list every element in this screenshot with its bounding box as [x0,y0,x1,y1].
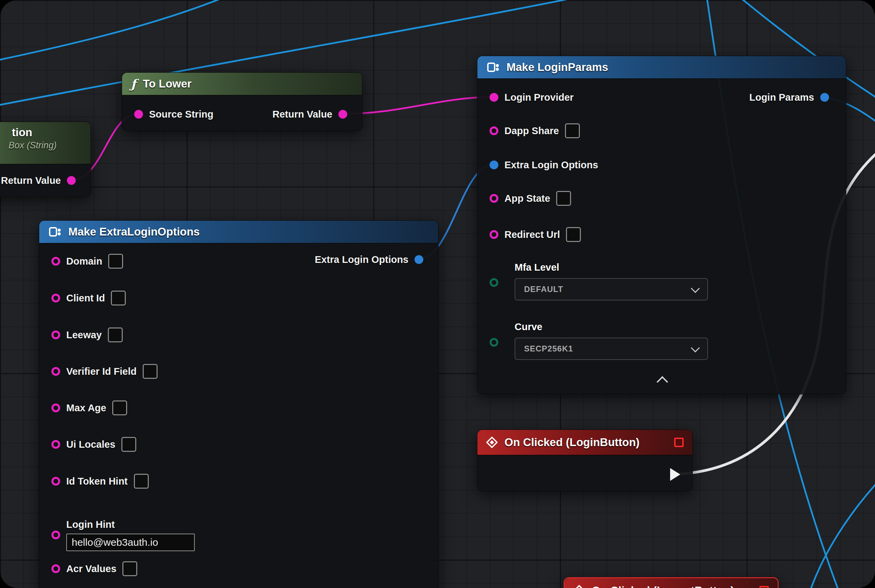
pin-label: Client Id [66,292,105,304]
login-provider-input-pin[interactable] [490,93,498,102]
leeway-checkbox[interactable] [108,327,123,342]
node-title: To Lower [143,77,192,90]
function-icon: ƒ [131,77,136,91]
pin-row-client-id: Client Id [51,289,126,308]
pin-label: Extra Login Options [315,254,409,265]
curve-label: Curve [514,321,542,333]
make-struct-icon [486,62,500,73]
ui-locales-checkbox[interactable] [121,437,136,452]
pin-row-extra-login-options-out: Extra Login Options [315,250,423,269]
curve-dropdown[interactable]: SECP256K1 [514,338,708,360]
leeway-input-pin[interactable] [51,330,60,339]
pin-label: Domain [66,256,102,267]
mfa-level-dropdown[interactable]: DEFAULT [514,278,708,300]
make-struct-icon [48,226,62,237]
pin-label: Login Provider [504,92,574,103]
verifier-id-field-checkbox[interactable] [143,364,158,379]
pin-label: Dapp Share [504,125,559,136]
pin-label: Redirect Url [504,229,560,240]
delegate-pin[interactable] [759,586,769,588]
pin-label: Source String [149,109,213,120]
mfa-level-enum-pin[interactable] [490,278,498,287]
pin-row-login-hint: Login Hint [51,516,195,554]
wire-blue-bg-1[interactable] [0,0,250,63]
extra-login-options-output-pin[interactable] [415,255,423,264]
node-on-clicked-logoutbutton[interactable]: On Clicked (LogoutButton) [564,577,779,588]
pin-row-verifier-id-field: Verifier Id Field [51,362,158,381]
acr-values-input-pin[interactable] [51,564,60,573]
graph-canvas[interactable]: tion Box (String) Return Value ƒ To Lowe… [0,0,875,588]
delegate-pin[interactable] [674,438,684,447]
event-diamond-icon [573,585,585,588]
event-diamond-icon [486,436,498,448]
exec-output-pin[interactable] [670,468,680,481]
pin-label: Acr Values [66,563,116,574]
wire-blue-bg-4[interactable] [805,466,875,588]
node-title: Make ExtraLoginOptions [68,225,200,238]
verifier-id-field-input-pin[interactable] [51,367,60,376]
curve-enum-pin[interactable] [490,338,498,347]
pin-row-return-value: Return Value [1,171,76,190]
client-id-checkbox[interactable] [111,291,126,306]
app-state-checkbox[interactable] [556,191,571,206]
node-make-loginparams[interactable]: Make LoginParams Login Params Login Prov… [477,56,846,394]
pin-row-id-token-hint: Id Token Hint [51,472,149,490]
pin-row-app-state: App State [490,189,571,208]
pin-row-max-age: Max Age [51,398,127,417]
chevron-down-icon [691,344,700,352]
domain-checkbox[interactable] [108,254,123,268]
pin-label: Extra Login Options [504,159,598,171]
pin-label: Ui Locales [66,439,115,450]
pin-row-login-provider: Login Provider [490,88,574,107]
redirect-url-input-pin[interactable] [490,230,498,239]
pin-row-leeway: Leeway [51,326,123,344]
node-title: Make LoginParams [507,61,608,74]
login-hint-field[interactable] [66,534,195,551]
pin-row-login-params-out: Login Params [749,88,829,107]
pin-label: Login Params [749,92,814,103]
pin-label: App State [504,193,550,204]
pin-row-extra-login-options-in: Extra Login Options [490,156,598,174]
blueprint-editor-window: tion Box (String) Return Value ƒ To Lowe… [0,0,875,588]
node-title: tion [12,126,32,139]
wire-tolower-to-loginprovider[interactable] [343,97,494,114]
pin-row-return-value: Return Value [272,105,347,124]
node-left-partial[interactable]: tion Box (String) Return Value [0,122,91,197]
pin-row-acr-values: Acr Values [51,559,137,578]
return-value-output-pin[interactable] [338,110,347,118]
node-make-extraloginoptions[interactable]: Make ExtraLoginOptions Extra Login Optio… [39,220,439,588]
mfa-level-value: DEFAULT [524,285,563,294]
max-age-checkbox[interactable] [112,400,127,416]
client-id-input-pin[interactable] [51,294,60,303]
pin-label: Login Hint [66,519,195,530]
redirect-url-checkbox[interactable] [566,227,581,242]
mfa-level-label: Mfa Level [514,262,559,273]
pin-label: Return Value [272,109,332,120]
pin-row-domain: Domain [51,252,123,271]
collapse-chevron-icon[interactable] [657,376,668,388]
node-title: On Clicked (LogoutButton) [592,584,734,588]
return-value-output-pin[interactable] [67,176,76,185]
source-string-input-pin[interactable] [134,110,143,118]
dapp-share-checkbox[interactable] [565,123,580,138]
max-age-input-pin[interactable] [51,404,60,412]
dapp-share-input-pin[interactable] [490,126,498,135]
login-hint-input-pin[interactable] [51,531,60,539]
id-token-hint-checkbox[interactable] [134,474,149,489]
login-params-output-pin[interactable] [820,93,829,102]
pin-label: Leeway [66,330,102,340]
pin-label: Return Value [1,175,61,186]
pin-label: Verifier Id Field [66,366,137,377]
acr-values-checkbox[interactable] [122,561,137,576]
extra-login-options-input-pin[interactable] [490,160,498,169]
node-to-lower[interactable]: ƒ To Lower Source String Return Value [122,72,362,131]
ui-locales-input-pin[interactable] [51,440,60,449]
node-on-clicked-loginbutton[interactable]: On Clicked (LoginButton) [477,429,693,491]
id-token-hint-input-pin[interactable] [51,477,60,486]
app-state-input-pin[interactable] [490,194,498,203]
curve-value: SECP256K1 [524,344,573,354]
pin-row-ui-locales: Ui Locales [51,435,136,454]
pin-label: Max Age [66,402,106,414]
pin-label: Id Token Hint [66,476,128,487]
domain-input-pin[interactable] [51,257,60,266]
